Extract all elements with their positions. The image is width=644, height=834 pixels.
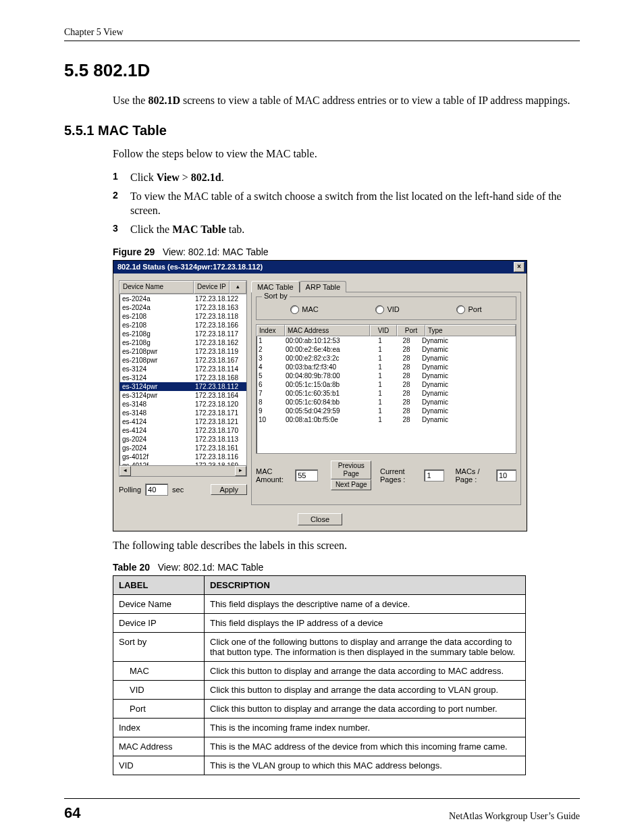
previous-page-button[interactable]: Previous Page <box>331 461 371 479</box>
apply-button[interactable]: Apply <box>211 484 247 495</box>
table-row: PortClick this button to display and arr… <box>113 700 526 719</box>
radio-port[interactable]: Port <box>456 305 481 314</box>
text: > <box>180 172 191 183</box>
device-list[interactable]: Device Name Device IP ▴ es-2024a172.23.1… <box>119 280 247 477</box>
text: Click the <box>130 224 172 235</box>
device-ip-cell: 172.23.18.162 <box>192 338 246 347</box>
tab-strip: MAC Table ARP Table <box>251 280 521 292</box>
cell-description: This is the VLAN group to which this MAC… <box>205 756 526 775</box>
cell-port: 28 <box>393 407 420 415</box>
mac-row[interactable]: 500:04:80:9b:78:00128Dynamic <box>257 371 516 380</box>
mac-amount-label: MAC Amount: <box>256 467 292 484</box>
text: . <box>221 172 224 183</box>
mac-table[interactable]: Index MAC Address VID Port Type 100:00:a… <box>256 324 516 454</box>
tab-arp-table[interactable]: ARP Table <box>300 281 347 292</box>
mac-row[interactable]: 900:05:5d:04:29:59128Dynamic <box>257 407 516 415</box>
device-row[interactable]: gs-2024172.23.18.161 <box>119 444 246 452</box>
col-port[interactable]: Port <box>397 325 425 336</box>
current-page-label: Current Pages : <box>380 467 421 484</box>
mac-row[interactable]: 1000:08:a1:0b:f5:0e128Dynamic <box>257 415 516 424</box>
radio-vid[interactable]: VID <box>375 305 399 314</box>
col-mac[interactable]: MAC Address <box>285 325 370 336</box>
window-title: 802.1d Status (es-3124pwr:172.23.18.112) <box>117 263 263 271</box>
device-ip-cell: 172.23.18.118 <box>192 312 246 321</box>
device-row[interactable]: es-2108172.23.18.118 <box>119 312 246 321</box>
mac-row[interactable]: 200:00:e2:6e:4b:ea128Dynamic <box>257 345 516 354</box>
scroll-right-icon[interactable]: ▸ <box>235 466 246 476</box>
cell-mac: 00:04:80:9b:78:00 <box>284 371 367 380</box>
device-row[interactable]: es-4124172.23.18.170 <box>119 426 246 435</box>
device-row[interactable]: es-2108pwr172.23.18.167 <box>119 356 246 365</box>
sortby-legend: Sort by <box>262 292 290 300</box>
table-row: IndexThis is the incoming frame index nu… <box>113 719 526 737</box>
cell-mac: 00:05:1c:15:0a:8b <box>284 380 367 389</box>
guide-title: NetAtlas Workgroup User’s Guide <box>449 811 580 822</box>
col-device-ip[interactable]: Device IP <box>194 281 230 294</box>
mac-row[interactable]: 400:03:ba:f2:f3:40128Dynamic <box>257 363 516 371</box>
col-vid[interactable]: VID <box>370 325 397 336</box>
device-name-cell: es-2108 <box>119 321 192 330</box>
mac-row[interactable]: 600:05:1c:15:0a:8b128Dynamic <box>257 380 516 389</box>
mac-row[interactable]: 800:05:1c:60:84:bb128Dynamic <box>257 398 516 407</box>
macs-per-page-label: MACs / Page : <box>455 467 493 484</box>
device-row[interactable]: es-3124172.23.18.168 <box>119 373 246 382</box>
device-name-cell: es-2108g <box>119 330 192 338</box>
radio-mac[interactable]: MAC <box>290 305 318 314</box>
close-icon[interactable]: × <box>514 262 525 272</box>
device-row[interactable]: es-4124172.23.18.121 <box>119 417 246 426</box>
tab-mac-table[interactable]: MAC Table <box>251 281 300 292</box>
cell-port: 28 <box>393 380 420 389</box>
polling-label: Polling <box>119 486 141 494</box>
device-row[interactable]: gs-4012f172.23.18.169 <box>119 461 246 465</box>
text: Click <box>130 172 157 183</box>
device-ip-cell: 172.23.18.170 <box>192 426 246 435</box>
scroll-left-icon[interactable]: ◂ <box>119 466 131 476</box>
device-name-cell: es-3124pwr <box>119 391 192 400</box>
col-type[interactable]: Type <box>425 325 516 336</box>
polling-input[interactable] <box>145 484 168 496</box>
next-page-button[interactable]: Next Page <box>331 479 371 490</box>
col-device-name[interactable]: Device Name <box>119 281 194 294</box>
col-index[interactable]: Index <box>257 325 285 336</box>
cell-type: Dynamic <box>420 415 516 424</box>
cell-port: 28 <box>393 398 420 407</box>
device-row[interactable]: gs-2024172.23.18.113 <box>119 435 246 444</box>
device-row[interactable]: es-2024a172.23.18.163 <box>119 303 246 312</box>
cell-index: 10 <box>257 415 284 424</box>
device-name-cell: es-2108g <box>119 338 192 347</box>
cell-type: Dynamic <box>420 345 516 354</box>
cell-mac: 00:00:e2:6e:4b:ea <box>284 345 367 354</box>
device-row[interactable]: es-3124172.23.18.114 <box>119 365 246 373</box>
cell-mac: 00:05:1c:60:35:b1 <box>284 389 367 398</box>
figure-caption-text: View: 802.1d: MAC Table <box>163 246 269 257</box>
mac-row[interactable]: 700:05:1c:60:35:b1128Dynamic <box>257 389 516 398</box>
cell-vid: 1 <box>367 363 393 371</box>
text-bold: 802.1D <box>148 95 180 106</box>
title-bar[interactable]: 802.1d Status (es-3124pwr:172.23.18.112)… <box>113 261 527 273</box>
mac-row[interactable]: 300:00:e2:82:c3:2c128Dynamic <box>257 354 516 363</box>
device-row[interactable]: es-3124pwr172.23.18.164 <box>119 391 246 400</box>
device-row[interactable]: es-3148172.23.18.171 <box>119 409 246 417</box>
current-page-field[interactable] <box>424 469 444 481</box>
cell-label: Port <box>113 700 205 719</box>
steps-list: 1 Click View > 802.1d. 2 To view the MAC… <box>113 170 580 236</box>
device-row[interactable]: es-3124pwr172.23.18.112 <box>119 382 246 391</box>
step-number: 2 <box>113 189 118 202</box>
radio-label: Port <box>468 305 481 313</box>
mac-row[interactable]: 100:00:ab:10:12:53128Dynamic <box>257 336 516 345</box>
device-row[interactable]: es-2108pwr172.23.18.119 <box>119 347 246 356</box>
device-row[interactable]: es-2024a172.23.18.122 <box>119 294 246 303</box>
scroll-up-icon[interactable]: ▴ <box>230 281 246 294</box>
macs-per-page-field[interactable] <box>496 469 516 481</box>
device-name-cell: es-3124pwr <box>119 382 192 391</box>
device-row[interactable]: es-3148172.23.18.120 <box>119 400 246 409</box>
cell-port: 28 <box>393 363 420 371</box>
device-row[interactable]: es-2108g172.23.18.162 <box>119 338 246 347</box>
close-button[interactable]: Close <box>298 513 342 525</box>
horizontal-scrollbar[interactable]: ◂ ▸ <box>119 465 246 476</box>
device-row[interactable]: gs-4012f172.23.18.116 <box>119 452 246 461</box>
device-row[interactable]: es-2108172.23.18.166 <box>119 321 246 330</box>
device-name-cell: es-2108pwr <box>119 356 192 365</box>
device-row[interactable]: es-2108g172.23.18.117 <box>119 330 246 338</box>
cell-description: Click this button to display and arrange… <box>205 681 526 700</box>
